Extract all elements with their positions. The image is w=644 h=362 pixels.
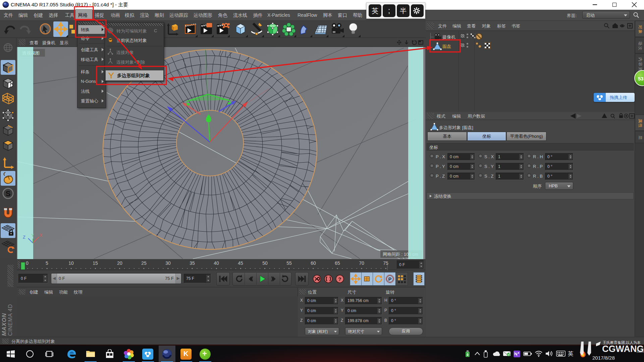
svg-text:?: ?	[338, 276, 341, 282]
svg-text:X: X	[40, 233, 43, 238]
svg-text:Z: Z	[23, 235, 25, 240]
svg-text:S: S	[6, 189, 11, 198]
svg-text:P: P	[388, 277, 392, 282]
svg-text:Y: Y	[31, 233, 34, 238]
